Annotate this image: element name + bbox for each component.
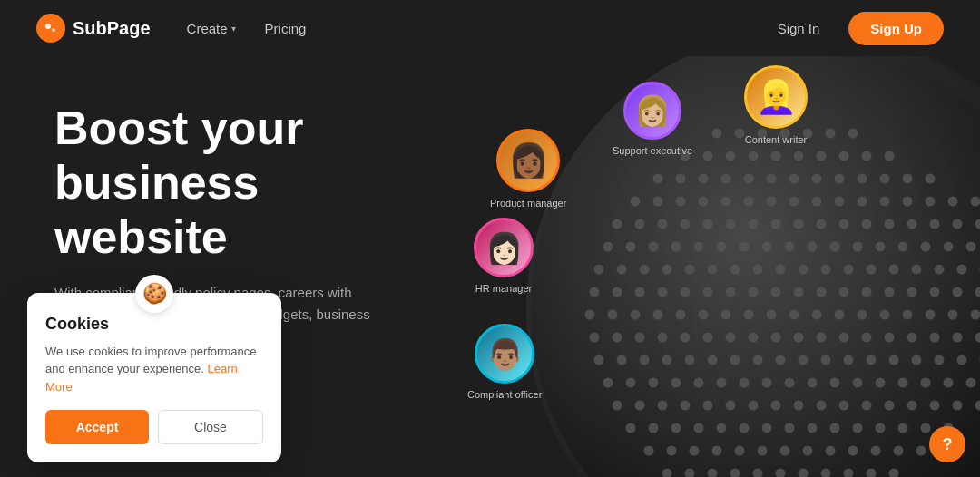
- svg-point-165: [762, 378, 772, 388]
- svg-point-126: [749, 333, 759, 343]
- svg-point-260: [817, 151, 827, 161]
- help-button[interactable]: ?: [929, 426, 965, 462]
- signup-button[interactable]: Sign Up: [848, 12, 944, 45]
- nav-links: Create ▾ Pricing: [187, 21, 763, 36]
- svg-point-8: [676, 197, 686, 207]
- svg-point-132: [885, 333, 895, 343]
- svg-point-43: [671, 242, 681, 252]
- svg-point-216: [826, 446, 836, 456]
- svg-point-23: [635, 219, 645, 229]
- nav-create[interactable]: Create ▾: [187, 21, 236, 36]
- svg-point-209: [667, 446, 677, 456]
- svg-point-33: [862, 219, 872, 229]
- svg-point-109: [812, 310, 822, 320]
- avatar-content-writer: 👱‍♀️ Content writer: [744, 65, 808, 145]
- svg-point-212: [735, 446, 745, 456]
- svg-point-161: [671, 378, 681, 388]
- svg-point-127: [771, 333, 781, 343]
- svg-point-256: [726, 151, 736, 161]
- svg-point-160: [649, 378, 659, 388]
- svg-point-133: [907, 333, 917, 343]
- svg-point-258: [771, 151, 781, 161]
- svg-point-249: [835, 174, 845, 184]
- svg-point-247: [789, 174, 799, 184]
- svg-point-159: [626, 378, 636, 388]
- svg-point-124: [703, 333, 713, 343]
- svg-point-194: [649, 423, 659, 433]
- svg-point-241: [653, 174, 663, 184]
- svg-point-15: [835, 197, 845, 207]
- svg-point-265: [735, 129, 745, 139]
- svg-point-71: [867, 265, 877, 275]
- svg-point-114: [926, 310, 936, 320]
- svg-point-168: [830, 378, 840, 388]
- svg-point-72: [889, 265, 899, 275]
- svg-point-143: [685, 355, 695, 365]
- svg-point-44: [694, 242, 704, 252]
- svg-point-245: [744, 174, 754, 184]
- svg-point-244: [721, 174, 731, 184]
- svg-point-26: [703, 219, 713, 229]
- chevron-down-icon: ▾: [231, 24, 236, 34]
- svg-point-80: [612, 287, 622, 297]
- svg-point-120: [612, 333, 622, 343]
- svg-point-53: [898, 242, 908, 252]
- svg-point-199: [762, 423, 772, 433]
- svg-point-88: [794, 287, 804, 297]
- svg-point-40: [603, 242, 613, 252]
- svg-point-152: [889, 355, 899, 365]
- avatar-support-executive: 👩🏼 Support executive: [612, 82, 692, 156]
- svg-point-36: [930, 219, 940, 229]
- close-cookie-button[interactable]: Close: [158, 410, 263, 444]
- svg-point-110: [835, 310, 845, 320]
- svg-point-182: [749, 401, 759, 411]
- svg-point-198: [740, 423, 750, 433]
- svg-point-129: [817, 333, 827, 343]
- svg-point-202: [830, 423, 840, 433]
- svg-point-25: [681, 219, 691, 229]
- svg-point-203: [853, 423, 863, 433]
- svg-point-100: [608, 310, 618, 320]
- signin-button[interactable]: Sign In: [763, 14, 835, 44]
- svg-point-135: [953, 333, 963, 343]
- svg-point-211: [712, 446, 722, 456]
- svg-point-186: [839, 401, 849, 411]
- svg-point-174: [966, 378, 976, 388]
- svg-point-253: [926, 174, 936, 184]
- svg-point-208: [644, 446, 654, 456]
- svg-point-27: [726, 219, 736, 229]
- svg-point-164: [740, 378, 750, 388]
- svg-point-19: [926, 197, 936, 207]
- svg-point-190: [930, 401, 940, 411]
- svg-point-34: [885, 219, 895, 229]
- logo-text: SubPage: [73, 18, 151, 39]
- svg-point-35: [907, 219, 917, 229]
- svg-point-130: [839, 333, 849, 343]
- svg-point-264: [712, 129, 722, 139]
- svg-point-93: [907, 287, 917, 297]
- svg-point-139: [594, 355, 604, 365]
- logo[interactable]: SubPage: [36, 14, 151, 43]
- svg-point-41: [626, 242, 636, 252]
- svg-point-180: [703, 401, 713, 411]
- svg-point-108: [789, 310, 799, 320]
- svg-point-2: [52, 28, 55, 32]
- svg-point-90: [839, 287, 849, 297]
- svg-point-184: [794, 401, 804, 411]
- svg-point-170: [876, 378, 886, 388]
- svg-point-54: [921, 242, 931, 252]
- svg-point-189: [907, 401, 917, 411]
- svg-point-134: [930, 333, 940, 343]
- svg-point-248: [812, 174, 822, 184]
- svg-point-148: [799, 355, 808, 365]
- svg-point-84: [703, 287, 713, 297]
- svg-point-116: [971, 310, 981, 320]
- svg-point-213: [758, 446, 768, 456]
- svg-point-82: [658, 287, 668, 297]
- svg-point-24: [658, 219, 668, 229]
- nav-pricing[interactable]: Pricing: [265, 21, 307, 36]
- svg-point-32: [839, 219, 849, 229]
- accept-button[interactable]: Accept: [45, 410, 149, 444]
- hero-title: Boost your business website: [54, 102, 417, 264]
- svg-point-105: [721, 310, 731, 320]
